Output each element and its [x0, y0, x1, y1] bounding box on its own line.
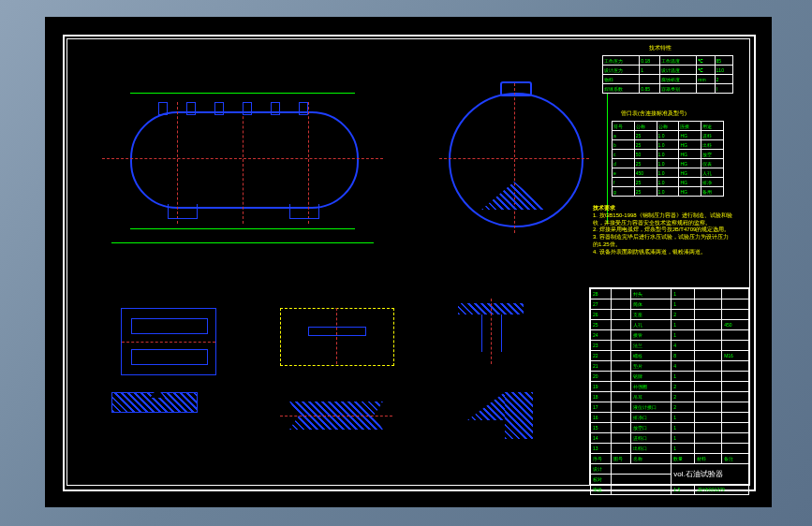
- dim-diameter: [607, 93, 608, 224]
- centerline-vertical: [243, 102, 244, 224]
- spec-header: 技术特性: [649, 44, 672, 52]
- nozzle-table: 管口表(含连接标准及型号) 符号公称公称连接用途 a251.0HG进料 b251…: [612, 121, 724, 197]
- notes-title: 技术要求: [593, 205, 733, 212]
- weld-fillet: [467, 392, 505, 420]
- bracket-cl: [336, 308, 337, 364]
- dim-overall: [111, 242, 374, 243]
- tank-side-view: [102, 83, 383, 214]
- parts-list-table: 28封头1 27筒体1 26支座2 25人孔1450 24接管1 23法兰4 2…: [590, 288, 749, 495]
- weld-cl: [280, 416, 392, 416]
- dim-top: [130, 93, 355, 94]
- saddle-bottom: [131, 349, 208, 365]
- detail-nozzle: [449, 299, 533, 364]
- spec-table: 技术特性 工作压力0.18工作温度℃85 设计压力1设计温度℃110 物料腐蚀裕…: [602, 55, 733, 94]
- nozzle-b: [186, 102, 196, 115]
- dim-length: [130, 228, 355, 229]
- detail-saddle-plan: [121, 308, 216, 375]
- nozzle-table-rows: 符号公称公称连接用途 a251.0HG进料 b251.0HG出料 c501.0H…: [612, 121, 724, 197]
- drawing-title: vol.石油试验器: [672, 464, 749, 485]
- weld-detail-1: [111, 392, 198, 413]
- nozzle-a: [158, 102, 168, 115]
- note-1: 1. 按GB150-1998《钢制压力容器》进行制造、试验和验收，并接受压力容器…: [593, 212, 733, 227]
- weld-detail-3: [458, 383, 533, 448]
- nozzle-d: [243, 102, 252, 115]
- tank-end-view: [439, 74, 589, 224]
- nozzle-pipe: [481, 314, 502, 352]
- bracket-outline: [280, 308, 394, 366]
- saddle-right: [289, 204, 319, 219]
- weld-groove: [150, 388, 165, 398]
- note-4: 4. 设备外表面刷防锈底漆两道，银粉漆两道。: [593, 249, 733, 256]
- saddle-top: [131, 318, 208, 334]
- nozzle-f: [299, 102, 308, 115]
- nozzle-e: [271, 102, 280, 115]
- manhole: [500, 81, 532, 96]
- weld-block: [505, 392, 533, 439]
- cad-viewport[interactable]: 技术特性 工作压力0.18工作温度℃85 设计压力1设计温度℃110 物料腐蚀裕…: [45, 17, 772, 507]
- tank-body: [130, 111, 359, 209]
- note-3: 3. 容器制造完毕后进行水压试验，试验压力为设计压力的1.25倍。: [593, 234, 733, 249]
- bracket-plate: [308, 327, 366, 336]
- title-block: 28封头1 27筒体1 26支座2 25人孔1450 24接管1 23法兰4 2…: [589, 287, 750, 486]
- drawing-number: JDYK001279: [695, 485, 749, 495]
- nozzle-header: 管口表(含连接标准及型号): [621, 110, 687, 118]
- spec-table-rows: 工作压力0.18工作温度℃85 设计压力1设计温度℃110 物料腐蚀裕度mm2 …: [602, 55, 733, 94]
- technical-notes: 技术要求 1. 按GB150-1998《钢制压力容器》进行制造、试验和验收，并接…: [593, 205, 733, 256]
- end-centerline-v: [514, 83, 515, 233]
- saddle-left: [168, 204, 198, 219]
- weld-detail-2: [280, 383, 392, 448]
- detail-cl: [122, 342, 215, 343]
- detail-bracket: [280, 308, 392, 364]
- nozzle-cl: [491, 299, 492, 364]
- nozzle-c: [214, 102, 224, 115]
